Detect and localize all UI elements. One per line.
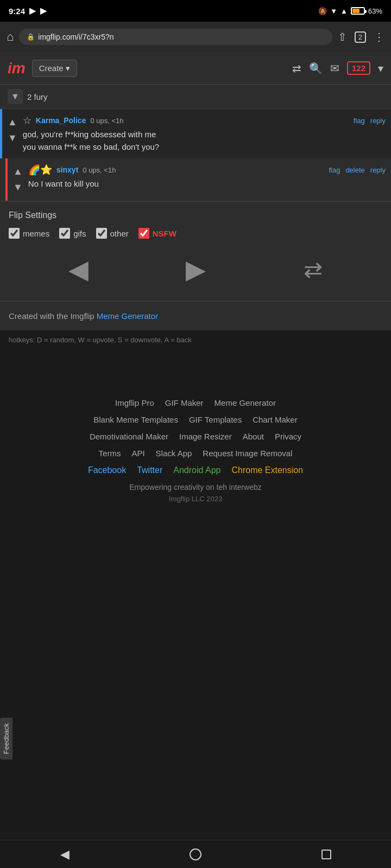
comment-username[interactable]: Karma_Police bbox=[36, 116, 86, 125]
footer-link-gif-maker[interactable]: GIF Maker bbox=[165, 398, 204, 407]
search-icon[interactable]: 🔍 bbox=[309, 62, 323, 75]
signal-icon: ▲ bbox=[340, 7, 348, 15]
imgflip-logo[interactable]: im bbox=[8, 60, 26, 77]
created-with-text: Created with the Imgflip bbox=[9, 311, 97, 321]
nav-recents-button[interactable] bbox=[321, 850, 331, 859]
footer-link-terms[interactable]: Terms bbox=[99, 449, 121, 458]
browser-chrome: ⌂ 🔒 imgflip.com/i/7c3xr5?n ⇧ 2 ⋮ bbox=[0, 22, 391, 52]
footer-link-request-image-removal[interactable]: Request Image Removal bbox=[203, 449, 292, 458]
footer-tagline: Empowering creativity on teh interwebz bbox=[11, 483, 380, 492]
footer-link-api[interactable]: API bbox=[131, 449, 144, 458]
reply-meta: 🌈⭐ sinxyt 0 ups, <1h flag delete reply bbox=[28, 164, 386, 176]
footer-link-privacy[interactable]: Privacy bbox=[275, 432, 301, 441]
shuffle-header-icon[interactable]: ⇄ bbox=[292, 62, 301, 75]
footer-link-demotivational-maker[interactable]: Demotivational Maker bbox=[90, 432, 168, 441]
comment-meta-info: 0 ups, <1h bbox=[90, 117, 123, 125]
browser-home-icon[interactable]: ⌂ bbox=[7, 30, 14, 44]
notification-badge[interactable]: 122 bbox=[347, 61, 370, 75]
footer-link-blank-meme-templates[interactable]: Blank Meme Templates bbox=[93, 415, 178, 424]
mail-icon[interactable]: ✉ bbox=[330, 62, 339, 75]
twitter-link[interactable]: Twitter bbox=[137, 465, 162, 475]
url-bar[interactable]: 🔒 imgflip.com/i/7c3xr5?n bbox=[19, 29, 332, 45]
youtube-icon: ▶ bbox=[29, 6, 36, 16]
reply-body: 🌈⭐ sinxyt 0 ups, <1h flag delete reply N… bbox=[28, 164, 386, 195]
flag-action[interactable]: flag bbox=[354, 117, 365, 125]
footer-link-about[interactable]: About bbox=[243, 432, 264, 441]
gifs-checkbox[interactable] bbox=[59, 228, 70, 239]
footer-spacer bbox=[0, 349, 391, 382]
footer-link-imgflip-pro[interactable]: Imgflip Pro bbox=[115, 398, 154, 407]
time: 9:24 bbox=[9, 7, 25, 16]
status-bar: 9:24 ▶ ▶ 🔕 ▼ ▲ 63% bbox=[0, 0, 391, 22]
url-text: imgflip.com/i/7c3xr5?n bbox=[38, 33, 113, 41]
nav-home-button[interactable] bbox=[190, 848, 201, 860]
reply-flag-action[interactable]: reply bbox=[370, 166, 386, 174]
status-left: 9:24 ▶ ▶ bbox=[9, 6, 47, 16]
reply-text: No I want to kill you bbox=[28, 178, 386, 190]
status-right: 🔕 ▼ ▲ 63% bbox=[318, 7, 382, 15]
comment-body: ☆ Karma_Police 0 ups, <1h flag reply god… bbox=[23, 114, 386, 153]
comment-actions: flag reply bbox=[354, 117, 386, 125]
tab-count[interactable]: 2 bbox=[355, 31, 366, 43]
footer-link-meme-generator[interactable]: Meme Generator bbox=[215, 398, 276, 407]
partial-username: 2 fury bbox=[27, 92, 48, 101]
other-label: other bbox=[110, 229, 129, 238]
other-checkbox-item[interactable]: other bbox=[96, 228, 129, 239]
flip-settings-panel: Flip Settings memes gifs other NSFW ◀ ▶ … bbox=[0, 201, 391, 301]
app-header: im Create ▾ ⇄ 🔍 ✉ 122 ▾ bbox=[0, 52, 391, 85]
footer-links-row-4: Terms API Slack App Request Image Remova… bbox=[11, 449, 380, 458]
user-avatar-icon: ☆ bbox=[23, 114, 31, 126]
other-checkbox[interactable] bbox=[96, 228, 107, 239]
footer-social-row: Facebook Twitter Android App Chrome Exte… bbox=[11, 465, 380, 475]
footer-link-image-resizer[interactable]: Image Resizer bbox=[179, 432, 232, 441]
back-arrow-button[interactable]: ◀ bbox=[68, 254, 89, 284]
android-app-link[interactable]: Android App bbox=[173, 465, 220, 475]
nsfw-checkbox[interactable] bbox=[138, 228, 149, 239]
nsfw-checkbox-item[interactable]: NSFW bbox=[138, 228, 176, 239]
shuffle-icon[interactable]: ⇄ bbox=[304, 256, 323, 283]
reply-username[interactable]: sinxyt bbox=[56, 165, 78, 174]
facebook-link[interactable]: Facebook bbox=[88, 465, 126, 475]
gifs-checkbox-item[interactable]: gifs bbox=[59, 228, 86, 239]
scroll-down-button[interactable]: ▼ bbox=[8, 89, 23, 104]
footer-link-gif-templates[interactable]: GIF Templates bbox=[189, 415, 242, 424]
dropdown-arrow-icon: ▾ bbox=[66, 63, 70, 73]
forward-arrow-button[interactable]: ▶ bbox=[186, 254, 206, 284]
downvote-button[interactable]: ▼ bbox=[7, 131, 18, 145]
create-button[interactable]: Create ▾ bbox=[32, 60, 77, 77]
mute-icon: 🔕 bbox=[318, 7, 327, 15]
more-icon[interactable]: ⋮ bbox=[374, 30, 384, 43]
gifs-label: gifs bbox=[73, 229, 86, 238]
share-icon[interactable]: ⇧ bbox=[338, 30, 347, 43]
flip-checkboxes: memes gifs other NSFW bbox=[9, 228, 382, 239]
meme-generator-link[interactable]: Meme Generator bbox=[97, 311, 158, 321]
vote-column: ▲ ▼ bbox=[2, 114, 23, 153]
memes-checkbox-item[interactable]: memes bbox=[9, 228, 49, 239]
battery-icon bbox=[351, 7, 365, 15]
footer-links-row-3: Demotivational Maker Image Resizer About… bbox=[11, 432, 380, 441]
reply-meta-info: 0 ups, <1h bbox=[83, 166, 116, 174]
flip-settings-title: Flip Settings bbox=[9, 210, 382, 220]
nav-back-button[interactable]: ◀ bbox=[60, 847, 70, 861]
downvote-reply-button[interactable]: ▼ bbox=[12, 181, 24, 194]
footer: Imgflip Pro GIF Maker Meme Generator Bla… bbox=[0, 382, 391, 514]
created-with-section: Created with the Imgflip Meme Generator bbox=[0, 301, 391, 330]
navigation-arrows: ◀ ▶ ⇄ bbox=[9, 248, 382, 295]
memes-label: memes bbox=[23, 229, 49, 238]
youtube-icon2: ▶ bbox=[40, 6, 47, 16]
footer-link-slack-app[interactable]: Slack App bbox=[156, 449, 192, 458]
comment-row: ▲ ▼ ☆ Karma_Police 0 ups, <1h flag reply… bbox=[0, 109, 391, 158]
memes-checkbox[interactable] bbox=[9, 228, 20, 239]
chrome-extension-link[interactable]: Chrome Extension bbox=[231, 465, 303, 475]
feedback-tab[interactable]: Feedback bbox=[0, 718, 12, 760]
footer-link-chart-maker[interactable]: Chart Maker bbox=[253, 415, 298, 424]
browser-actions: ⇧ 2 ⋮ bbox=[338, 30, 384, 43]
footer-copyright: Imgflip LLC 2023 bbox=[11, 495, 380, 503]
reply-action[interactable]: reply bbox=[370, 117, 386, 125]
chevron-down-icon[interactable]: ▾ bbox=[378, 62, 383, 75]
upvote-button[interactable]: ▲ bbox=[7, 116, 18, 129]
flag-reply-action[interactable]: flag bbox=[329, 166, 340, 174]
delete-action[interactable]: delete bbox=[345, 166, 364, 174]
upvote-reply-button[interactable]: ▲ bbox=[12, 165, 24, 178]
battery-fill bbox=[352, 9, 360, 13]
